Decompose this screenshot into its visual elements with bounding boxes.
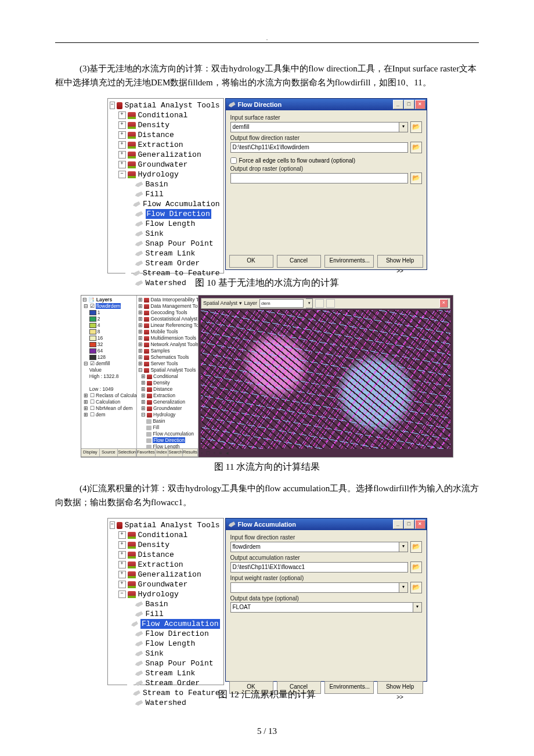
- tree-tool[interactable]: Fill: [110, 189, 220, 199]
- environments-button[interactable]: Environments...: [324, 681, 374, 694]
- output-acc-field[interactable]: D:\test\Chp11\EX1\flowacc1: [230, 562, 408, 573]
- tree-tool[interactable]: Stream to Feature: [110, 688, 220, 698]
- toc-layer[interactable]: ⊞ ☐ NbrMean of dem: [82, 405, 135, 412]
- tree-root[interactable]: Spatial Analyst Tools: [110, 100, 220, 110]
- minimize-button[interactable]: _: [393, 100, 403, 109]
- force-edge-checkbox[interactable]: Force all edge cells to flow outward (op…: [230, 157, 422, 164]
- contour-icon[interactable]: [326, 299, 335, 308]
- tbx-tab[interactable]: Search: [168, 449, 183, 457]
- browse-button[interactable]: 📂: [410, 172, 422, 184]
- tree-toolset[interactable]: Density: [110, 540, 220, 550]
- tree-toolset[interactable]: Extraction: [110, 560, 220, 570]
- tree-tool[interactable]: Flow Accumulation: [110, 619, 220, 629]
- tree-tool[interactable]: Stream Order: [110, 258, 220, 268]
- dropdown-button[interactable]: ▾: [399, 542, 408, 552]
- toc-tab[interactable]: Display: [81, 449, 100, 457]
- maximize-button[interactable]: □: [404, 520, 414, 529]
- tree-tool[interactable]: Basin: [110, 599, 220, 609]
- tree-tool[interactable]: Sink: [110, 229, 220, 239]
- tree-toolset[interactable]: Groundwater: [110, 160, 220, 170]
- tree-toolset[interactable]: Groundwater: [110, 579, 220, 589]
- histogram-icon[interactable]: [315, 299, 324, 308]
- tree-tool[interactable]: Flow Direction: [110, 629, 220, 639]
- tree-tool[interactable]: Watershed: [110, 698, 220, 708]
- tbx-toolset[interactable]: ⊟ Hydrology: [138, 412, 197, 418]
- browse-button[interactable]: 📂: [410, 541, 422, 553]
- map-nav-icons[interactable]: ◦ □ ◦ ≡ ◂: [201, 450, 230, 456]
- tbx-toolset[interactable]: ⊞ Density: [138, 380, 197, 386]
- tbx-tool[interactable]: Basin: [138, 418, 197, 424]
- close-button[interactable]: ×: [415, 100, 425, 109]
- dropdown-button[interactable]: ▾: [399, 122, 408, 132]
- tree-tool[interactable]: Stream Link: [110, 249, 220, 258]
- tree-toolset[interactable]: Density: [110, 120, 220, 130]
- tbx-toolbox[interactable]: ⊟ Spatial Analyst Tools: [138, 367, 197, 373]
- output-raster-field[interactable]: D:\test\Chp11\Ex1\flowdirdem: [230, 142, 408, 153]
- browse-button[interactable]: 📂: [410, 142, 422, 153]
- cancel-button[interactable]: Cancel: [277, 255, 321, 268]
- tbx-toolbox[interactable]: ⊞ Data Interoperability Too: [138, 297, 197, 303]
- tree-root[interactable]: Spatial Analyst Tools: [110, 520, 220, 530]
- tree-toolset[interactable]: Generalization: [110, 150, 220, 160]
- layer-field[interactable]: dem: [259, 299, 304, 308]
- toc-root[interactable]: ⊟ 📑 Layers: [82, 297, 135, 303]
- tree-toolset[interactable]: Hydrology: [110, 589, 220, 599]
- tree-tool[interactable]: Stream Link: [110, 668, 220, 678]
- input-surface-field[interactable]: demfill: [230, 122, 399, 132]
- tree-toolset[interactable]: Generalization: [110, 570, 220, 579]
- input-weight-field[interactable]: [230, 582, 399, 593]
- tree-tool[interactable]: Fill: [110, 609, 220, 619]
- tree-tool[interactable]: Snap Pour Point: [110, 239, 220, 249]
- tree-tool[interactable]: Snap Pour Point: [110, 658, 220, 668]
- toolbar-menu[interactable]: Spatial Analyst ▾: [203, 300, 242, 307]
- tbx-toolbox[interactable]: ⊞ Data Management Tools: [138, 303, 197, 309]
- tree-toolset[interactable]: Conditional: [110, 110, 220, 120]
- browse-button[interactable]: 📂: [410, 561, 422, 573]
- tree-tool[interactable]: Flow Length: [110, 219, 220, 229]
- tbx-toolset[interactable]: ⊞ Extraction: [138, 393, 197, 399]
- tbx-toolset[interactable]: ⊞ Groundwater: [138, 405, 197, 412]
- tree-tool[interactable]: Stream Order: [110, 678, 220, 688]
- dropdown-button[interactable]: ▾: [306, 298, 313, 308]
- tbx-toolbox[interactable]: ⊞ Network Analyst Tools: [138, 341, 197, 348]
- tbx-toolset[interactable]: ⊞ Conditional: [138, 373, 197, 380]
- tbx-tool[interactable]: Flow Accumulation: [138, 431, 197, 437]
- maximize-button[interactable]: □: [404, 100, 414, 109]
- browse-button[interactable]: 📂: [410, 582, 422, 593]
- tbx-tab[interactable]: Index: [156, 449, 168, 457]
- tree-toolset[interactable]: Conditional: [110, 530, 220, 540]
- tree-tool[interactable]: Flow Length: [110, 639, 220, 649]
- tbx-toolbox[interactable]: ⊞ Multidimension Tools: [138, 335, 197, 341]
- ok-button[interactable]: OK: [229, 255, 273, 268]
- tbx-toolbox[interactable]: ⊞ Geostatistical Analyst To: [138, 316, 197, 322]
- toc-layer[interactable]: ⊞ ☐ Reclass of Calculation: [82, 393, 135, 399]
- tbx-toolbox[interactable]: ⊞ Linear Referencing Tools: [138, 322, 197, 329]
- tbx-toolset[interactable]: ⊞ Generalization: [138, 399, 197, 405]
- tree-tool[interactable]: Flow Accumulation: [110, 199, 220, 209]
- tbx-toolbox[interactable]: ⊞ Server Tools: [138, 361, 197, 367]
- tree-toolset[interactable]: Distance: [110, 130, 220, 140]
- tree-tool[interactable]: Basin: [110, 179, 220, 189]
- tbx-tab[interactable]: Favorites: [137, 449, 156, 457]
- tbx-tool[interactable]: Flow Length: [138, 444, 197, 448]
- tbx-toolbox[interactable]: ⊞ Samples: [138, 348, 197, 354]
- tbx-toolbox[interactable]: ⊞ Mobile Tools: [138, 329, 197, 335]
- tbx-toolbox[interactable]: ⊞ Geocoding Tools: [138, 309, 197, 316]
- tbx-tool[interactable]: Flow Direction: [138, 437, 197, 444]
- map-view[interactable]: Spatial Analyst Spatial Analyst ▾ Layer …: [199, 296, 453, 457]
- output-drop-field[interactable]: [230, 173, 408, 183]
- tbx-toolset[interactable]: ⊞ Distance: [138, 386, 197, 393]
- tree-toolset[interactable]: Hydrology: [110, 170, 220, 179]
- toc-tab[interactable]: Source: [100, 449, 118, 457]
- tbx-tab[interactable]: Results: [183, 449, 198, 457]
- tree-toolset[interactable]: Extraction: [110, 140, 220, 150]
- tbx-toolbox[interactable]: ⊞ Schematics Tools: [138, 354, 197, 361]
- toc-layer[interactable]: ⊟ ☑ flowdirdem: [82, 303, 135, 309]
- toc-layer[interactable]: ⊞ ☐ dem: [82, 412, 135, 418]
- input-flowdir-field[interactable]: flowdirdem: [230, 542, 399, 552]
- tree-toolset[interactable]: Distance: [110, 550, 220, 560]
- minimize-button[interactable]: _: [393, 520, 403, 529]
- show-help-button[interactable]: Show Help >>: [377, 681, 423, 694]
- close-button[interactable]: ×: [415, 520, 425, 529]
- tree-tool[interactable]: Sink: [110, 649, 220, 658]
